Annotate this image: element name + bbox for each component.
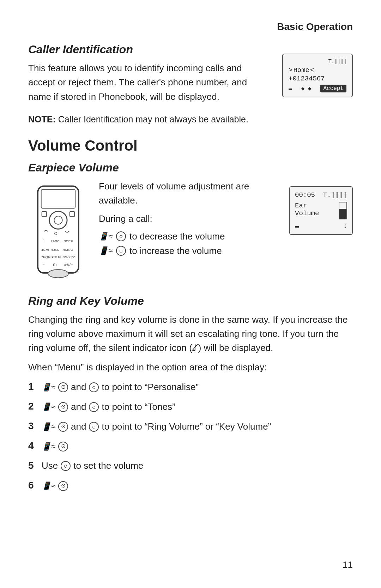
step-1-label: to point to “Personalise” xyxy=(102,380,199,394)
step6-hand-icon: 📱≈ xyxy=(42,480,55,492)
caller-id-text-block: Caller Identification This feature allow… xyxy=(28,43,282,104)
step-2: 2 📱≈ ⊙ and ○ to point to “Tones” xyxy=(28,399,353,414)
step-4-content: 📱≈ ⊙ xyxy=(42,441,68,452)
caller-id-body: This feature allows you to identify inco… xyxy=(28,61,268,104)
svg-point-2 xyxy=(49,211,67,229)
step3-circle-btn: ○ xyxy=(89,422,99,432)
step-2-num: 2 xyxy=(28,399,38,414)
svg-text:#%%: #%% xyxy=(64,262,73,267)
ring-key-title: Ring and Key Volume xyxy=(28,295,353,308)
volume-labels: Ear Volume xyxy=(295,202,319,217)
note-body: Caller Identification may not always be … xyxy=(58,114,248,124)
svg-text:3DEF: 3DEF xyxy=(64,239,73,243)
step-4-num: 4 xyxy=(28,438,38,453)
svg-text:*: * xyxy=(43,262,45,267)
step-5: 5 Use ○ to set the volume xyxy=(28,458,353,473)
note-label: NOTE: xyxy=(28,114,56,124)
step4-menu-btn: ⊙ xyxy=(58,442,68,451)
step-1-content: 📱≈ ⊙ and ○ to point to “Personalise” xyxy=(42,380,199,394)
step-3-num: 3 xyxy=(28,419,38,434)
earpiece-description: Four levels of volume adjustment are ava… xyxy=(99,179,279,260)
handset-svg: C 1 2ABC 3DEF 4GHI 5JKL 6MNO 7PQRS 8TUV xyxy=(28,183,88,281)
step1-hand-icon: 📱≈ xyxy=(42,381,55,393)
decrease-text: to decrease the volume xyxy=(129,231,225,242)
step-5-use-text: Use xyxy=(42,459,58,473)
step-5-content: Use ○ to set the volume xyxy=(42,459,143,473)
display-accept-button: Accept xyxy=(320,85,346,92)
step-3-label: to point to “Ring Volume” or “Key Volume… xyxy=(102,420,271,434)
step4-hand-icon: 📱≈ xyxy=(42,441,55,452)
step-5-label: to set the volume xyxy=(73,459,143,473)
svg-rect-5 xyxy=(70,212,75,217)
volume-display-bottom: ▬ ↕ xyxy=(295,222,347,230)
earpiece-section: Earpiece Volume xyxy=(28,161,353,284)
ring-key-body2: When “Menu” is displayed in the option a… xyxy=(28,360,353,374)
volume-display: 00:05 T.|||| Ear Volume xyxy=(289,186,353,235)
volume-display-mid: Ear Volume xyxy=(295,202,347,219)
volume-control-title: Volume Control xyxy=(28,137,353,154)
volume-label-ear: Ear xyxy=(295,202,319,210)
caller-id-display: T.|||| > Home < +01234567 ▬ ◆ ◆ Accept xyxy=(282,54,353,97)
step-3-content: 📱≈ ⊙ and ○ to point to “Ring Volume” or … xyxy=(42,420,271,434)
page-number: 11 xyxy=(343,559,353,570)
step-2-label: to point to “Tones” xyxy=(102,400,175,414)
step-6-num: 6 xyxy=(28,478,38,493)
decrease-instruction: 📱≈ ○ to decrease the volume xyxy=(99,231,279,242)
svg-text:1: 1 xyxy=(43,239,45,243)
circle-btn-decrease: ○ xyxy=(116,231,126,241)
ring-key-body1: Changing the ring and key volume is done… xyxy=(28,313,353,355)
step2-menu-btn: ⊙ xyxy=(58,402,68,412)
step6-menu-btn: ⊙ xyxy=(58,481,68,491)
ring-key-steps: 1 📱≈ ⊙ and ○ to point to “Personalise” 2… xyxy=(28,379,353,493)
earpiece-body2: During a call: xyxy=(99,212,279,226)
earpiece-title: Earpiece Volume xyxy=(28,161,353,174)
step-3-text: and xyxy=(71,420,86,434)
hand-icon-increase: 📱≈ xyxy=(99,246,113,255)
svg-text:6MNO: 6MNO xyxy=(63,248,73,251)
step-6: 6 📱≈ ⊙ xyxy=(28,478,353,493)
volume-label-volume: Volume xyxy=(295,210,319,217)
svg-rect-4 xyxy=(42,212,47,217)
svg-rect-1 xyxy=(41,189,75,208)
step-1-num: 1 xyxy=(28,379,38,394)
svg-point-19 xyxy=(48,269,68,278)
page-header: Basic Operation xyxy=(28,21,353,32)
increase-instruction: 📱≈ ○ to increase the volume xyxy=(99,245,279,256)
step-1-text: and xyxy=(71,380,86,394)
step-4: 4 📱≈ ⊙ xyxy=(28,438,353,453)
page: Basic Operation Caller Identification Th… xyxy=(0,0,381,588)
volume-display-top: 00:05 T.|||| xyxy=(295,191,347,199)
hand-icon-decrease: 📱≈ xyxy=(99,232,113,241)
increase-text: to increase the volume xyxy=(129,245,222,256)
step2-circle-btn: ○ xyxy=(89,402,99,412)
display-arrow-right: < xyxy=(310,66,314,74)
step-5-num: 5 xyxy=(28,458,38,473)
volume-display-signal: T.|||| xyxy=(323,191,347,199)
step5-circle-btn: ○ xyxy=(61,461,71,471)
display-bottom-row: ▬ ◆ ◆ Accept xyxy=(289,85,346,92)
circle-btn-increase: ○ xyxy=(116,246,126,256)
svg-text:9WXYZ: 9WXYZ xyxy=(63,255,75,259)
volume-bar-fill xyxy=(339,209,346,219)
step-6-content: 📱≈ ⊙ xyxy=(42,480,68,492)
volume-display-time: 00:05 xyxy=(295,191,315,199)
display-arrow-left: > xyxy=(289,66,292,74)
header-text: Basic Operation xyxy=(277,21,353,32)
step3-hand-icon: 📱≈ xyxy=(42,421,55,432)
step-2-content: 📱≈ ⊙ and ○ to point to “Tones” xyxy=(42,400,175,414)
earpiece-body1: Four levels of volume adjustment are ava… xyxy=(99,179,279,208)
ring-key-section: Ring and Key Volume Changing the ring an… xyxy=(28,295,353,493)
step-2-text: and xyxy=(71,400,86,414)
display-dots: ◆ ◆ xyxy=(301,85,312,92)
display-number: +01234567 xyxy=(289,75,346,83)
note-text: NOTE: Caller Identification may not alwa… xyxy=(28,114,353,125)
step-3: 3 📱≈ ⊙ and ○ to point to “Ring Volume” o… xyxy=(28,419,353,434)
step1-circle-btn: ○ xyxy=(89,382,99,392)
svg-text:4GHI: 4GHI xyxy=(41,248,49,251)
svg-text:7PQRS: 7PQRS xyxy=(41,255,53,259)
step-1: 1 📱≈ ⊙ and ○ to point to “Personalise” xyxy=(28,379,353,394)
volume-arrow-icon: ↕ xyxy=(343,223,347,230)
caller-id-section: Caller Identification This feature allow… xyxy=(28,43,353,104)
phone-handset-illustration: C 1 2ABC 3DEF 4GHI 5JKL 6MNO 7PQRS 8TUV xyxy=(28,183,88,284)
volume-control-section: Volume Control Earpiece Volume xyxy=(28,137,353,493)
